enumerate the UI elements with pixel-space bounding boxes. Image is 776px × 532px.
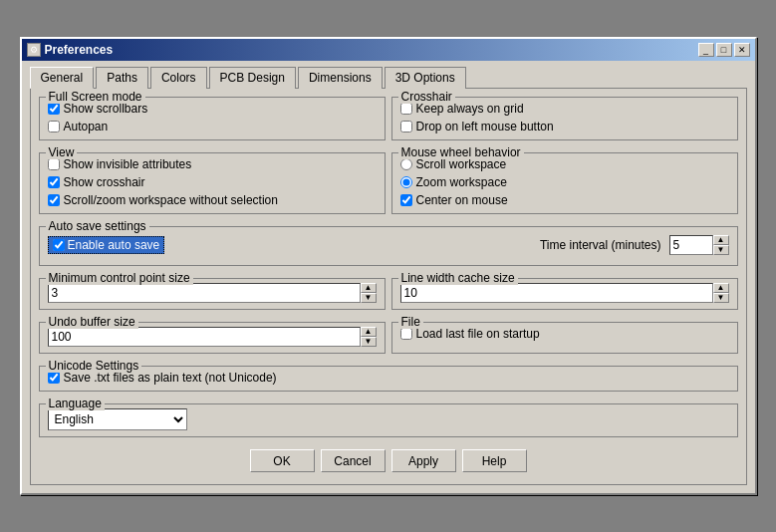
- keep-on-grid-row: Keep always on grid: [400, 102, 729, 116]
- center-on-mouse-row: Center on mouse: [400, 193, 729, 207]
- help-button[interactable]: Help: [462, 449, 527, 472]
- interval-spinner: ▲ ▼: [669, 235, 729, 255]
- autosave-group: Auto save settings Enable auto save Time…: [39, 226, 738, 266]
- show-invisible-checkbox[interactable]: [48, 158, 60, 170]
- autopan-checkbox[interactable]: [48, 121, 60, 133]
- crosshair-label: Crosshair: [398, 90, 455, 104]
- interval-down-button[interactable]: ▼: [713, 245, 729, 255]
- unicode-label: Unicode Settings: [46, 359, 142, 373]
- apply-button[interactable]: Apply: [391, 449, 456, 472]
- scroll-zoom-label: Scroll/zoom workspace without selection: [64, 193, 278, 207]
- fullscreen-group: Full Screen mode Show scrollbars Autopan: [39, 97, 386, 140]
- center-on-mouse-checkbox[interactable]: [400, 194, 412, 206]
- min-control-up-button[interactable]: ▲: [361, 283, 377, 293]
- show-invisible-row: Show invisible attributes: [48, 157, 377, 171]
- undo-buffer-input[interactable]: [48, 327, 361, 347]
- scroll-zoom-checkbox[interactable]: [48, 194, 60, 206]
- line-width-label: Line width cache size: [398, 271, 518, 285]
- scroll-zoom-row: Scroll/zoom workspace without selection: [48, 193, 377, 207]
- undo-buffer-spinner: ▲ ▼: [48, 327, 377, 347]
- file-label: File: [398, 315, 423, 329]
- show-crosshair-row: Show crosshair: [48, 175, 377, 189]
- zoom-workspace-row: Zoom workspace: [400, 175, 729, 189]
- tab-general[interactable]: General: [30, 67, 95, 89]
- drop-on-left-label: Drop on left mouse button: [416, 120, 554, 133]
- language-label: Language: [46, 397, 105, 410]
- show-invisible-label: Show invisible attributes: [64, 157, 192, 171]
- tab-pcb-design[interactable]: PCB Design: [209, 67, 296, 89]
- close-button[interactable]: ✕: [734, 43, 750, 57]
- interval-label: Time interval (minutes): [540, 238, 661, 252]
- minimize-button[interactable]: _: [698, 43, 714, 57]
- window-title: Preferences: [45, 43, 114, 57]
- show-crosshair-label: Show crosshair: [64, 175, 145, 189]
- language-select[interactable]: English German French Spanish: [48, 408, 187, 430]
- cancel-button[interactable]: Cancel: [321, 449, 386, 472]
- keep-on-grid-label: Keep always on grid: [416, 102, 524, 116]
- min-control-input[interactable]: [48, 283, 361, 303]
- undo-buffer-down-button[interactable]: ▼: [361, 337, 377, 347]
- ok-button[interactable]: OK: [250, 449, 315, 472]
- view-label: View: [46, 145, 78, 159]
- enable-autosave-label: Enable auto save: [68, 238, 160, 252]
- min-control-label: Minimum control point size: [46, 271, 193, 285]
- save-txt-checkbox[interactable]: [48, 372, 60, 384]
- line-width-group: Line width cache size ▲ ▼: [391, 278, 738, 310]
- autosave-label: Auto save settings: [46, 219, 149, 233]
- interval-input[interactable]: [669, 235, 713, 255]
- language-group: Language English German French Spanish: [39, 403, 738, 437]
- button-bar: OK Cancel Apply Help: [39, 443, 738, 476]
- show-crosshair-checkbox[interactable]: [48, 176, 60, 188]
- line-width-down-button[interactable]: ▼: [713, 293, 729, 303]
- load-last-checkbox[interactable]: [400, 328, 412, 340]
- line-width-spinner: ▲ ▼: [400, 283, 729, 303]
- save-txt-row: Save .txt files as plain text (not Unico…: [48, 371, 729, 385]
- undo-buffer-group: Undo buffer size ▲ ▼: [39, 322, 386, 354]
- undo-buffer-label: Undo buffer size: [46, 315, 138, 329]
- min-control-down-button[interactable]: ▼: [361, 293, 377, 303]
- line-width-up-button[interactable]: ▲: [713, 283, 729, 293]
- enable-autosave-container: Enable auto save: [48, 236, 165, 254]
- autopan-label: Autopan: [64, 120, 109, 133]
- tab-content-general: Full Screen mode Show scrollbars Autopan…: [30, 88, 747, 485]
- dialog-content: General Paths Colors PCB Design Dimensio…: [22, 61, 755, 493]
- show-scrollbars-label: Show scrollbars: [64, 102, 148, 116]
- crosshair-group: Crosshair Keep always on grid Drop on le…: [391, 97, 738, 140]
- title-bar: ⚙ Preferences _ □ ✕: [22, 39, 755, 61]
- mouse-wheel-group: Mouse wheel behavior Scroll workspace Zo…: [391, 152, 738, 214]
- load-last-label: Load last file on startup: [416, 327, 540, 341]
- undo-buffer-up-button[interactable]: ▲: [361, 327, 377, 337]
- view-group: View Show invisible attributes Show cros…: [39, 152, 386, 214]
- fullscreen-label: Full Screen mode: [46, 90, 145, 104]
- scroll-workspace-row: Scroll workspace: [400, 157, 729, 171]
- preferences-window: ⚙ Preferences _ □ ✕ General Paths Colors…: [20, 37, 757, 495]
- keep-on-grid-checkbox[interactable]: [400, 103, 412, 115]
- line-width-input[interactable]: [400, 283, 713, 303]
- unicode-group: Unicode Settings Save .txt files as plai…: [39, 366, 738, 392]
- center-on-mouse-label: Center on mouse: [416, 193, 508, 207]
- show-scrollbars-row: Show scrollbars: [48, 102, 377, 116]
- mouse-wheel-label: Mouse wheel behavior: [398, 145, 524, 159]
- tab-3d-options[interactable]: 3D Options: [385, 67, 466, 89]
- window-icon: ⚙: [27, 43, 41, 57]
- autopan-row: Autopan: [48, 120, 377, 133]
- scroll-workspace-label: Scroll workspace: [416, 157, 507, 171]
- drop-on-left-checkbox[interactable]: [400, 121, 412, 133]
- zoom-workspace-radio[interactable]: [400, 176, 412, 188]
- show-scrollbars-checkbox[interactable]: [48, 103, 60, 115]
- drop-on-left-row: Drop on left mouse button: [400, 120, 729, 133]
- enable-autosave-checkbox[interactable]: [53, 239, 65, 251]
- save-txt-label: Save .txt files as plain text (not Unico…: [64, 371, 277, 385]
- tab-dimensions[interactable]: Dimensions: [298, 67, 383, 89]
- maximize-button[interactable]: □: [716, 43, 732, 57]
- tab-colors[interactable]: Colors: [150, 67, 207, 89]
- min-control-group: Minimum control point size ▲ ▼: [39, 278, 386, 310]
- interval-up-button[interactable]: ▲: [713, 235, 729, 245]
- scroll-workspace-radio[interactable]: [400, 158, 412, 170]
- file-group: File Load last file on startup: [391, 322, 738, 354]
- autosave-row: Enable auto save Time interval (minutes)…: [48, 231, 729, 259]
- zoom-workspace-label: Zoom workspace: [416, 175, 507, 189]
- tab-paths[interactable]: Paths: [96, 67, 148, 89]
- min-control-spinner: ▲ ▼: [48, 283, 377, 303]
- tab-bar: General Paths Colors PCB Design Dimensio…: [30, 67, 747, 89]
